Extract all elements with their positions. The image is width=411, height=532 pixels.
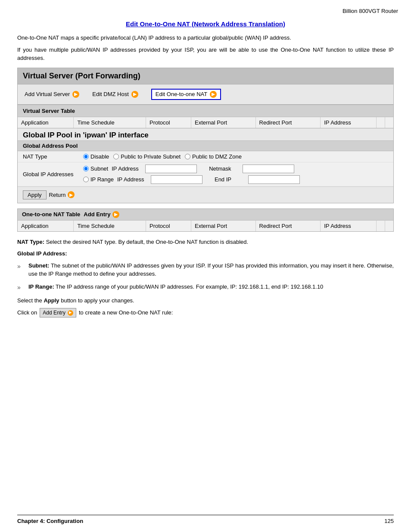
apply-button[interactable]: Apply bbox=[23, 190, 47, 199]
ip-range-bold-label: IP Range: bbox=[28, 283, 54, 290]
brand-label: Billion 800VGT Router bbox=[342, 8, 398, 14]
description-1: One-to-One NAT maps a specific private/l… bbox=[17, 34, 394, 42]
click-instruction: Click on Add Entry ▶ to create a new One… bbox=[17, 308, 394, 317]
edit-one-to-one-nat-btn[interactable]: Edit One-to-one NAT ▶ bbox=[151, 89, 221, 100]
nat-col-redirect-port: Redirect Port bbox=[255, 221, 321, 231]
subnet-desc-text: The subnet of the public/WAN IP addresse… bbox=[28, 262, 394, 277]
nat-type-desc-text: Select the desired NAT type. By default,… bbox=[46, 239, 248, 245]
button-row: Apply Return ▶ bbox=[18, 187, 393, 203]
nat-disable-label: Disable bbox=[90, 153, 109, 160]
nat-col-external-port: External Port bbox=[191, 221, 255, 231]
ip-range-radio[interactable] bbox=[83, 177, 89, 182]
nat-col-application: Application bbox=[18, 221, 74, 231]
nat-disable-radio[interactable] bbox=[83, 154, 89, 159]
vs-nav: Add Virtual Server ▶ Edit DMZ Host ▶ Edi… bbox=[18, 84, 393, 105]
edit-nat-arrow-icon: ▶ bbox=[210, 91, 217, 98]
nat-dmz-label: Public to DMZ Zone bbox=[192, 153, 242, 160]
global-ip-row: Global IP Addresses Subnet IP Address Ne… bbox=[18, 162, 393, 187]
subnet-bold-label: Subnet: bbox=[28, 262, 49, 269]
global-pool-title: Global IP Pool in 'ipwan' IP interface bbox=[18, 128, 393, 140]
subnet-option[interactable]: Subnet bbox=[83, 165, 108, 172]
netmask-label: Netmask bbox=[209, 165, 239, 172]
page-footer: Chapter 4: Configuration 125 bbox=[17, 515, 394, 524]
add-entry-inline-label: Add Entry bbox=[43, 309, 65, 317]
desc-section: NAT Type: Select the desired NAT type. B… bbox=[17, 238, 394, 318]
return-btn[interactable]: Return ▶ bbox=[49, 191, 75, 198]
vs-col-redirect-port: Redirect Port bbox=[255, 117, 321, 128]
subnet-label: Subnet bbox=[90, 165, 108, 172]
subnet-radio[interactable] bbox=[83, 166, 89, 171]
nat-col-protocol: Protocol bbox=[146, 221, 191, 231]
edit-dmz-arrow-icon: ▶ bbox=[131, 91, 138, 98]
add-vs-arrow-icon: ▶ bbox=[72, 91, 79, 98]
ip-range-label: IP Range bbox=[90, 176, 114, 183]
return-label: Return bbox=[49, 192, 66, 198]
vs-col-ip-address: IP Address bbox=[321, 117, 376, 128]
vs-title: Virtual Server (Port Forwarding) bbox=[18, 68, 393, 84]
after-click-text: to create a new One-to-One NAT rule: bbox=[79, 308, 173, 317]
nat-public-private-option[interactable]: Public to Private Subnet bbox=[113, 153, 181, 160]
nat-type-row: NAT Type Disable Public to Private Subne… bbox=[18, 151, 393, 162]
nat-col-ip-address: IP Address bbox=[321, 221, 376, 231]
page-title: Edit One-to-One NAT (Network Address Tra… bbox=[17, 20, 394, 28]
apply-bold: Apply bbox=[44, 297, 59, 304]
nat-public-private-label: Public to Private Subnet bbox=[121, 153, 181, 160]
ip-range-start-input[interactable] bbox=[151, 175, 202, 184]
vs-table-header-row: Application Time Schedule Protocol Exter… bbox=[18, 117, 393, 128]
subnet-ip-input[interactable] bbox=[145, 165, 197, 173]
netmask-input[interactable] bbox=[243, 165, 294, 173]
nat-table-box: One-to-one NAT Table Add Entry ▶ Applica… bbox=[17, 208, 394, 232]
nat-public-private-radio[interactable] bbox=[113, 154, 119, 159]
nat-col-edit bbox=[376, 221, 385, 231]
footer-chapter: Chapter 4: Configuration bbox=[17, 518, 83, 524]
ip-range-bullet-text: IP Range: The IP address range of your p… bbox=[28, 283, 323, 292]
global-ip-inner: Subnet IP Address Netmask IP Range IP Ad… bbox=[83, 165, 388, 184]
end-ip-input[interactable] bbox=[248, 175, 300, 184]
main-content: Edit One-to-One NAT (Network Address Tra… bbox=[0, 16, 411, 338]
vs-col-edit bbox=[376, 117, 385, 128]
add-virtual-server-label: Add Virtual Server bbox=[25, 91, 70, 97]
apply-instruction: Select the Apply button to apply your ch… bbox=[17, 296, 394, 305]
return-arrow-icon: ▶ bbox=[68, 191, 75, 198]
global-address-pool-subtitle: Global Address Pool bbox=[18, 140, 393, 151]
nat-disable-option[interactable]: Disable bbox=[83, 153, 109, 160]
bullet-icon-2: » bbox=[17, 283, 26, 292]
nat-type-label: NAT Type bbox=[23, 153, 79, 160]
subnet-row: Subnet IP Address Netmask bbox=[83, 165, 388, 173]
ip-range-bullet: » IP Range: The IP address range of your… bbox=[17, 283, 394, 292]
bullet-icon-1: » bbox=[17, 261, 26, 278]
ip-range-option[interactable]: IP Range bbox=[83, 176, 114, 183]
nat-col-delete bbox=[385, 221, 393, 231]
nat-type-desc-label: NAT Type: bbox=[17, 239, 44, 245]
add-virtual-server-btn[interactable]: Add Virtual Server ▶ bbox=[25, 91, 79, 98]
add-entry-label: Add Entry bbox=[84, 211, 110, 218]
subnet-bullet-text: Subnet: The subnet of the public/WAN IP … bbox=[28, 261, 394, 278]
vs-table-title: Virtual Server Table bbox=[18, 105, 393, 117]
add-entry-inline-icon: ▶ bbox=[68, 310, 73, 316]
edit-dmz-host-btn[interactable]: Edit DMZ Host ▶ bbox=[92, 91, 138, 98]
nat-dmz-radio[interactable] bbox=[185, 154, 190, 159]
vs-col-time-schedule: Time Schedule bbox=[74, 117, 146, 128]
edit-dmz-label: Edit DMZ Host bbox=[92, 91, 129, 97]
vs-col-external-port: External Port bbox=[191, 117, 255, 128]
end-ip-label: End IP bbox=[215, 176, 245, 183]
vs-col-protocol: Protocol bbox=[146, 117, 191, 128]
ip-address-label-1: IP Address bbox=[112, 165, 142, 172]
nat-table: Application Time Schedule Protocol Exter… bbox=[18, 221, 393, 231]
global-ip-bold: Global IP Address: bbox=[17, 250, 67, 257]
ip-address-label-2: IP Address bbox=[117, 176, 147, 183]
description-2: If you have multiple public/WAN IP addre… bbox=[17, 46, 394, 62]
nat-dmz-option[interactable]: Public to DMZ Zone bbox=[185, 153, 242, 160]
nat-table-title: One-to-one NAT Table bbox=[22, 211, 80, 218]
edit-nat-label: Edit One-to-one NAT bbox=[156, 91, 207, 97]
add-entry-btn[interactable]: Add Entry ▶ bbox=[84, 211, 119, 218]
add-entry-arrow-icon: ▶ bbox=[112, 211, 119, 218]
vs-col-application: Application bbox=[18, 117, 74, 128]
global-ip-desc-title: Global IP Address: bbox=[17, 249, 394, 258]
subnet-bullet: » Subnet: The subnet of the public/WAN I… bbox=[17, 261, 394, 278]
footer-page-number: 125 bbox=[384, 518, 394, 524]
nat-type-desc: NAT Type: Select the desired NAT type. B… bbox=[17, 238, 394, 246]
virtual-server-box: Virtual Server (Port Forwarding) Add Vir… bbox=[17, 68, 394, 203]
add-entry-inline-btn[interactable]: Add Entry ▶ bbox=[40, 308, 76, 317]
vs-table: Application Time Schedule Protocol Exter… bbox=[18, 117, 393, 128]
